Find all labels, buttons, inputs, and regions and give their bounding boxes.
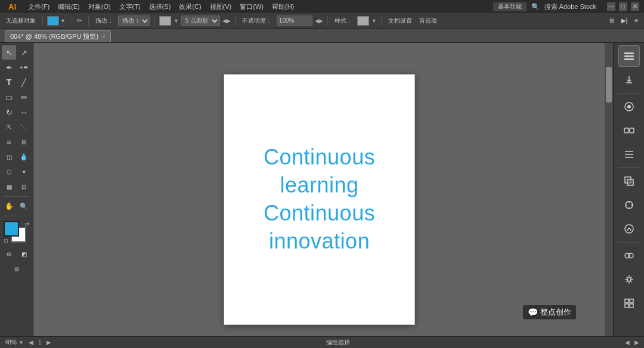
search-stock-label[interactable]: 搜索 Adobe Stock — [544, 2, 596, 11]
foreground-color-swatch[interactable] — [4, 221, 19, 237]
scale-tool[interactable]: ⇱ — [2, 120, 16, 134]
document-tab-close[interactable]: × — [102, 33, 106, 40]
doc-settings-btn[interactable]: 文档设置 — [386, 16, 414, 26]
scrollbar-thumb[interactable] — [606, 67, 612, 102]
settings-panel-btn[interactable] — [618, 269, 640, 290]
menu-item-view[interactable]: 视图(V) — [206, 2, 236, 11]
links-panel-btn[interactable] — [618, 120, 640, 141]
arrange-icon[interactable]: ⊞ — [607, 17, 617, 24]
eyedropper-tool[interactable]: 💧 — [17, 150, 31, 164]
actions-icon[interactable]: ▶| — [619, 17, 630, 24]
line-tool[interactable]: ╱ — [17, 75, 31, 89]
menu-item-select[interactable]: 选择(S) — [145, 2, 175, 11]
blend-tool[interactable]: ⬡ — [2, 164, 16, 179]
transform-icon — [623, 199, 635, 211]
gradient-tool[interactable]: ◫ — [2, 150, 16, 164]
page-back-btn[interactable]: ◀ — [29, 339, 33, 346]
graphic-styles-btn[interactable] — [618, 245, 640, 266]
svg-point-20 — [628, 253, 633, 258]
transform-panel-btn[interactable] — [618, 194, 640, 216]
menu-item-file[interactable]: 文件(F) — [24, 2, 53, 11]
tool-row-10: ▦ ⊡ — [2, 179, 31, 194]
basic-func-btn[interactable]: 基本功能 — [493, 2, 527, 11]
svg-rect-12 — [627, 179, 633, 185]
brush-arrow-2[interactable]: ◀▶ — [222, 18, 231, 24]
artboard: Continuous learning Continuous innovatio… — [224, 74, 415, 325]
main-layout: ↖ ↗ ✒ +✒ T ╱ ▭ ✏ ↻ ↔ ⇱ ⋱ ≋ ⊞ ◫ 💧 — [0, 43, 644, 336]
add-anchor-tool[interactable]: +✒ — [17, 60, 31, 74]
rect-tool[interactable]: ▭ — [2, 90, 16, 104]
menu-expand-icon[interactable]: ≡ — [632, 17, 640, 24]
tool-row-6: ⇱ ⋱ — [2, 120, 31, 134]
pathfinder-panel-btn[interactable] — [618, 170, 640, 192]
direct-select-tool[interactable]: ↗ — [17, 45, 31, 60]
minimize-btn[interactable]: — — [607, 2, 615, 11]
toolbar-sep-1 — [42, 16, 43, 26]
status-nav-right[interactable]: ▶ — [634, 339, 639, 346]
rotate-tool[interactable]: ↻ — [2, 105, 16, 119]
preferences-btn[interactable]: 首选项 — [417, 16, 439, 26]
layers-panel-btn[interactable] — [618, 45, 640, 67]
tool-divider-2 — [4, 216, 30, 216]
close-btn[interactable]: ✕ — [631, 2, 639, 11]
free-transform-tool[interactable]: ⊞ — [17, 135, 31, 149]
screen-mode-btn[interactable]: ⊞ — [10, 262, 24, 276]
symbol-tool[interactable]: ✦ — [17, 164, 31, 179]
zoom-tool[interactable]: 🔍 — [17, 199, 31, 213]
status-nav-left[interactable]: ◀ — [625, 339, 630, 346]
grid-icon — [623, 297, 635, 309]
zoom-value: 48% — [5, 339, 17, 346]
graph-tool[interactable]: ▦ — [2, 179, 16, 194]
pencil-mode-icon[interactable]: ✏ — [75, 17, 84, 24]
reflect-tool[interactable]: ↔ — [17, 105, 31, 119]
maximize-btn[interactable]: □ — [619, 2, 627, 11]
menu-item-window[interactable]: 窗口(W) — [236, 2, 267, 11]
stroke-label: 描边： — [93, 16, 116, 26]
properties-panel-btn[interactable] — [618, 96, 640, 117]
select-tool[interactable]: ↖ — [2, 45, 16, 60]
menu-item-help[interactable]: 帮助(H) — [268, 2, 298, 11]
pencil-tool[interactable]: ✏ — [17, 90, 31, 104]
canvas-scrollbar[interactable] — [605, 43, 613, 336]
style-dropdown-arrow[interactable]: ▼ — [371, 18, 377, 24]
opacity-input[interactable] — [277, 15, 312, 26]
document-tab-title: 004* @ 48% (RGB/GPU 预览) — [10, 32, 98, 41]
color-mode-btn[interactable]: ◩ — [17, 247, 32, 261]
more-panels-btn[interactable] — [618, 293, 640, 314]
type-tool[interactable]: T — [2, 75, 16, 89]
appearance-panel-btn[interactable] — [618, 218, 640, 240]
reset-colors-btn[interactable]: ⊡ — [4, 238, 8, 244]
watermark-text: 整点创作 — [540, 307, 571, 318]
export-panel-btn[interactable] — [618, 69, 640, 91]
links-icon — [623, 125, 635, 136]
zoom-dropdown[interactable]: ▼ — [18, 340, 24, 346]
hand-tool[interactable]: ✋ — [2, 199, 16, 213]
tool-divider — [4, 196, 30, 197]
menu-item-edit[interactable]: 编辑(E) — [54, 2, 83, 11]
fill-dropdown-arrow[interactable]: ▼ — [60, 18, 66, 24]
shear-tool[interactable]: ⋱ — [17, 120, 31, 134]
svg-point-21 — [627, 278, 631, 281]
menu-item-effect[interactable]: 效果(C) — [175, 2, 205, 11]
svg-point-18 — [625, 225, 633, 233]
artboard-tool[interactable]: ⊡ — [17, 179, 31, 194]
menu-item-text[interactable]: 文字(T) — [116, 2, 144, 11]
menu-item-object[interactable]: 对象(O) — [85, 2, 114, 11]
fill-none-btn[interactable]: ⊘ — [2, 247, 16, 261]
pen-tool[interactable]: ✒ — [2, 60, 16, 74]
brush-size-select[interactable]: 5 点圆形 — [181, 15, 220, 26]
warp-tool[interactable]: ≋ — [2, 135, 16, 149]
brush-dropdown-arrow[interactable]: ▼ — [174, 18, 179, 24]
window-controls: — □ ✕ — [607, 2, 639, 11]
stroke-select[interactable]: 描边 ↕ — [118, 15, 150, 26]
svg-rect-0 — [624, 52, 634, 54]
fill-color-btn[interactable]: ▼ — [47, 16, 66, 26]
text-line-2: learning — [264, 172, 375, 200]
swap-colors-btn[interactable]: ⇄ — [25, 221, 30, 227]
appearance-icon — [623, 223, 635, 235]
page-forward-btn[interactable]: ▶ — [47, 339, 51, 346]
opacity-arrow[interactable]: ◀▶ — [315, 18, 323, 24]
document-tab[interactable]: 004* @ 48% (RGB/GPU 预览) × — [5, 30, 111, 42]
right-panel-divider-2 — [618, 167, 640, 168]
align-panel-btn[interactable] — [618, 144, 640, 165]
